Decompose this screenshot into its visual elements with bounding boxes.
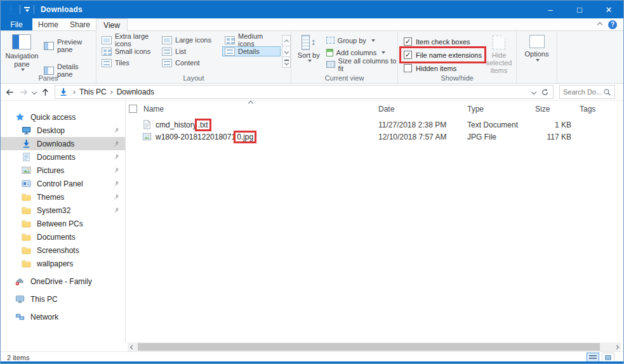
recent-locations-button[interactable] [30,90,38,94]
chevron-up-icon [284,39,289,44]
layout-option[interactable]: Extra large icons [99,35,159,45]
show-hide-checkbox[interactable]: ✓ Item check boxes [402,36,472,48]
sidebar-item[interactable]: wallpapers [1,257,125,270]
pin-icon[interactable] [112,140,119,147]
sort-by-button[interactable]: ↕ Sort by [296,34,321,74]
gallery-scroll-down-button[interactable] [282,46,291,57]
current-view-option[interactable]: Add columns [326,47,397,58]
ribbon-group-layout: Extra large iconsSmall iconsTiles Large … [96,31,291,83]
up-button[interactable] [38,85,52,99]
group-label-layout: Layout [96,74,291,82]
ribbon-tab[interactable]: View [96,18,128,31]
layout-option[interactable]: Details [222,46,281,56]
scroll-right-button[interactable] [612,342,621,351]
gallery-scroll-up-button[interactable] [282,35,291,46]
pin-icon[interactable] [112,207,119,214]
horizontal-scrollbar[interactable] [128,342,621,351]
column-header-size[interactable]: Size [535,105,571,114]
breadcrumb-item[interactable]: Downloads [117,88,154,96]
pin-icon[interactable] [112,153,119,160]
pin-icon[interactable] [112,127,119,134]
select-all-checkbox[interactable] [129,105,137,113]
sidebar-item[interactable]: Screenshots [1,244,125,257]
ribbon-tab[interactable]: Share [64,18,96,30]
sidebar-item-icon [22,219,31,228]
column-header-name[interactable]: Name [126,105,378,114]
breadcrumb-item[interactable]: This PC [79,88,107,96]
back-button[interactable] [3,85,17,99]
sidebar-item[interactable]: Documents [1,230,125,244]
sidebar-item[interactable]: Control Panel [1,177,125,190]
chevron-down-icon [536,59,540,62]
hide-selected-items-icon [493,36,505,49]
show-hide-checkbox[interactable]: ✓ File name extensions [402,49,484,61]
maximize-button[interactable]: □ [565,1,594,18]
sidebar-item[interactable]: Network [1,310,125,323]
chevron-down-icon [284,49,289,53]
search-input[interactable] [563,88,601,96]
column-header-date[interactable]: Date [378,105,467,114]
layout-column-1: Extra large iconsSmall iconsTiles [99,35,159,74]
sidebar-item[interactable]: OneDrive - Family [1,275,125,288]
minimize-button[interactable]: – [536,1,565,18]
navigation-pane-label: Navigation pane [5,52,39,68]
sidebar-item[interactable]: Pictures [1,164,125,177]
layout-option[interactable]: Large icons [159,35,222,45]
forward-button[interactable] [17,85,30,99]
collapse-ribbon-icon[interactable] [597,22,602,27]
layout-option[interactable]: Medium icons [222,35,281,45]
file-name: cmd_history.txt [156,120,209,129]
sidebar-item[interactable]: System32 [1,204,125,217]
sidebar-item-label: Downloads [37,140,74,148]
file-row[interactable]: cmd_history.txt 11/27/2018 2:38 PM Text … [126,119,623,131]
ribbon-group-panes: Navigation pane Preview pane Details pan… [1,31,96,83]
close-button[interactable]: ✕ [594,1,623,18]
sidebar-item[interactable]: Desktop [1,124,125,137]
address-dropdown-icon[interactable] [531,89,536,94]
preview-pane-icon [44,42,54,50]
sidebar-item-icon [22,139,31,148]
search-box[interactable] [559,85,615,99]
address-breadcrumb-box[interactable]: ›This PC›Downloads [55,85,554,99]
current-view-option[interactable]: Group by [326,35,397,46]
chevron-left-icon [129,344,134,349]
help-icon[interactable]: ? [608,20,617,29]
layout-option[interactable]: List [159,46,222,56]
gallery-more-button[interactable] [282,56,291,68]
sidebar-item[interactable]: Between PCs [1,217,125,230]
sidebar-item-label: Pictures [37,166,64,175]
options-button[interactable]: Options [517,31,557,83]
column-header-tags[interactable]: Tags [571,105,623,114]
file-extension-highlight: 0.jpg [236,133,255,141]
sidebar-item[interactable]: This PC [1,292,125,306]
scrollbar-thumb[interactable] [138,343,600,351]
hide-selected-items-button: Hide selected items [482,36,516,74]
column-header-type[interactable]: Type [467,105,535,114]
pin-icon[interactable] [112,180,119,187]
layout-option[interactable]: Content [159,58,222,68]
layout-option[interactable]: Tiles [99,58,159,68]
refresh-icon[interactable] [541,88,549,96]
file-row[interactable]: w1809-20181220180710.jpg 12/10/2018 7:57… [126,131,623,143]
ribbon-tab[interactable]: Home [32,18,64,30]
sidebar-item[interactable]: Downloads [1,137,125,150]
quick-access-toolbar-customize-button[interactable] [24,7,30,12]
layout-option-icon [102,48,112,56]
scrollbar-track[interactable] [136,342,612,351]
sidebar-item-label: Network [30,313,58,322]
file-rows: cmd_history.txt 11/27/2018 2:38 PM Text … [126,117,623,143]
tab-file[interactable]: File [1,18,32,30]
sidebar-item[interactable]: Themes [1,190,125,204]
layout-option-icon [102,59,112,67]
show-hide-checkbox[interactable]: Hidden items [402,62,458,74]
layout-option[interactable]: Small icons [99,46,159,56]
pin-icon[interactable] [112,193,119,200]
sidebar-item[interactable]: Documents [1,150,125,164]
sidebar-item[interactable]: Quick access [1,110,125,124]
navigation-pane-button[interactable]: Navigation pane [5,34,39,74]
scroll-left-button[interactable] [128,342,136,351]
breadcrumb-separator: › [73,88,76,96]
current-view-option[interactable]: Size all columns to fit [326,59,397,70]
pin-icon[interactable] [112,167,119,174]
preview-pane-button[interactable]: Preview pane [44,38,95,53]
